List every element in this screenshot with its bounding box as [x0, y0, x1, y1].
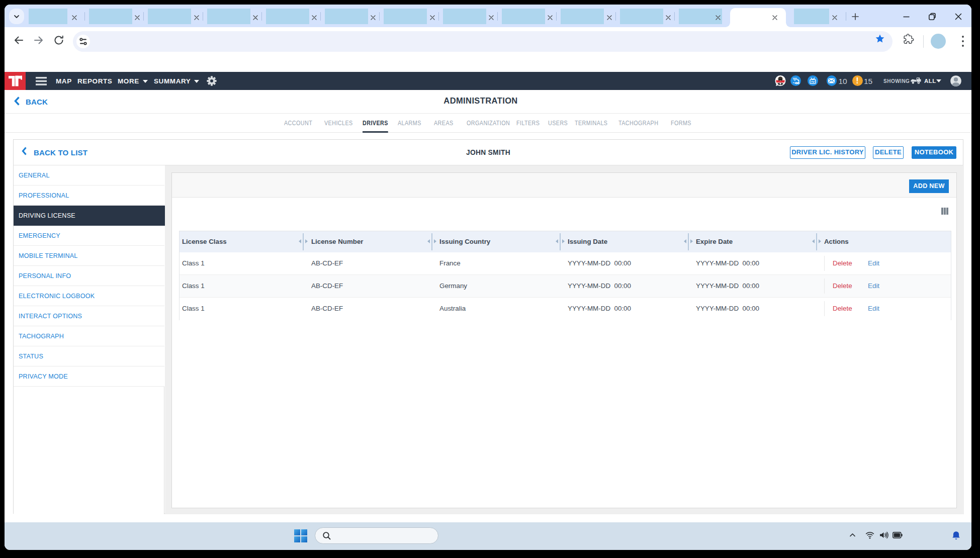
svg-text:TV: TV [811, 80, 815, 83]
